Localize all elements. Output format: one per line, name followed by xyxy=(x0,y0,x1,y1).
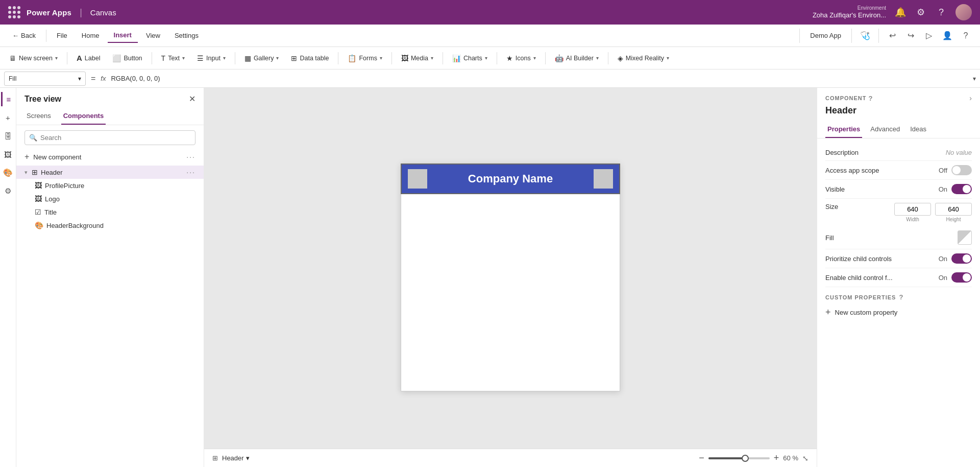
custom-properties-section: CUSTOM PROPERTIES ? xyxy=(825,287,972,303)
access-app-scope-toggle[interactable] xyxy=(951,165,972,175)
tree-item-profile-picture[interactable]: 🖼 ProfilePicture xyxy=(16,179,204,192)
toolbar-new-screen[interactable]: 🖥 New screen ▾ xyxy=(4,52,63,65)
rp-tab-properties[interactable]: Properties xyxy=(825,121,862,138)
help-icon[interactable]: ? xyxy=(935,6,947,18)
left-icon-add[interactable]: + xyxy=(1,110,15,125)
fill-swatch[interactable] xyxy=(958,230,972,245)
help2-icon[interactable]: ? xyxy=(958,28,974,44)
advanced-tab-label: Advanced xyxy=(870,125,900,133)
data-table-label: Data table xyxy=(300,55,329,62)
zoom-plus-button[interactable]: + xyxy=(774,453,779,463)
search-input[interactable] xyxy=(40,131,191,145)
canvas-content: Company Name xyxy=(401,164,620,391)
toolbar-gallery[interactable]: ▦ Gallery ▾ xyxy=(239,52,284,65)
left-icon-theme[interactable]: 🎨 xyxy=(1,166,15,180)
toolbar-ai-builder[interactable]: 🤖 AI Builder ▾ xyxy=(550,52,604,65)
component-help-icon[interactable]: ? xyxy=(869,95,873,102)
height-label: Height xyxy=(946,217,961,222)
tree-item-logo[interactable]: 🖼 Logo xyxy=(16,192,204,205)
left-icon-settings[interactable]: ⚙ xyxy=(1,184,15,198)
header-label: Header xyxy=(41,169,63,176)
toolbar-mixed-reality[interactable]: ◈ Mixed Reality ▾ xyxy=(612,52,674,65)
left-sidebar-icons: ≡ + 🗄 🖼 🎨 ⚙ xyxy=(0,88,16,467)
view-label: View xyxy=(146,32,160,39)
redo-icon[interactable]: ↪ xyxy=(902,28,919,44)
formula-input[interactable] xyxy=(109,72,970,86)
toolbar-forms[interactable]: 📋 Forms ▾ xyxy=(342,52,387,65)
canvas-expand-icon[interactable]: ⤡ xyxy=(802,454,808,462)
play-icon[interactable]: ▷ xyxy=(921,28,937,44)
text-label: Text xyxy=(168,55,180,62)
new-component-row[interactable]: + New component ··· xyxy=(16,149,204,166)
zoom-slider-thumb[interactable] xyxy=(742,455,749,462)
menu-view[interactable]: View xyxy=(140,29,166,42)
prioritize-toggle[interactable] xyxy=(951,253,972,264)
rp-expand-icon[interactable]: › xyxy=(969,94,972,102)
access-app-scope-row: Access app scope Off xyxy=(825,161,972,180)
new-component-options-icon[interactable]: ··· xyxy=(186,153,195,161)
footer-header-button[interactable]: Header ▾ xyxy=(222,454,250,462)
avatar[interactable] xyxy=(955,4,972,20)
canvas-header-component[interactable]: Company Name xyxy=(401,164,620,194)
mixed-reality-chevron: ▾ xyxy=(667,55,669,61)
toolbar-text[interactable]: T Text ▾ xyxy=(156,52,190,65)
equals-sign[interactable]: = xyxy=(89,74,97,83)
menu-home[interactable]: Home xyxy=(76,29,106,42)
toolbar-charts[interactable]: 📊 Charts ▾ xyxy=(447,52,493,65)
header-background-icon: 🎨 xyxy=(35,221,43,229)
rp-tab-advanced[interactable]: Advanced xyxy=(868,121,902,138)
menu-settings[interactable]: Settings xyxy=(168,29,205,42)
notification-icon[interactable]: 🔔 xyxy=(894,6,906,18)
toolbar-input[interactable]: ☰ Input ▾ xyxy=(192,52,231,65)
tree-item-header[interactable]: ▾ ⊞ Header ··· xyxy=(16,166,204,179)
env-label: Environment xyxy=(857,5,886,11)
toolbar-icons[interactable]: ★ Icons ▾ xyxy=(501,52,541,65)
charts-chevron: ▾ xyxy=(485,55,487,61)
toolbar-data-table[interactable]: ⊞ Data table xyxy=(286,52,334,65)
left-icon-data[interactable]: 🗄 xyxy=(1,129,15,143)
formula-bar: Fill ▾ = fx ▾ xyxy=(0,69,980,88)
tree-item-title[interactable]: ☑ Title xyxy=(16,205,204,219)
stethoscope-icon[interactable]: 🩺 xyxy=(857,28,873,44)
media-label: Media xyxy=(411,55,428,62)
charts-label: Charts xyxy=(463,55,482,62)
demo-app-button[interactable]: Demo App xyxy=(805,29,846,42)
settings-icon[interactable]: ⚙ xyxy=(915,6,927,18)
height-input[interactable] xyxy=(935,203,972,216)
toolbar-media[interactable]: 🖼 Media ▾ xyxy=(396,52,438,65)
custom-properties-help-icon[interactable]: ? xyxy=(899,293,903,301)
tree-close-button[interactable]: ✕ xyxy=(189,94,195,104)
prioritize-row: Prioritize child controls On xyxy=(825,249,972,268)
toolbar-button[interactable]: ⬜ Button xyxy=(107,52,147,65)
visible-toggle[interactable] xyxy=(951,184,972,194)
search-box: 🔍 xyxy=(24,130,195,145)
undo-icon[interactable]: ↩ xyxy=(884,28,900,44)
menu-insert[interactable]: Insert xyxy=(108,28,138,43)
rp-tab-ideas[interactable]: Ideas xyxy=(908,121,928,138)
description-value: No value xyxy=(946,149,972,156)
app-type: Canvas xyxy=(90,8,116,17)
width-input[interactable] xyxy=(894,203,931,216)
user-icon[interactable]: 👤 xyxy=(939,28,955,44)
new-custom-property-button[interactable]: + New custom property xyxy=(825,303,972,322)
home-label: Home xyxy=(82,32,100,39)
tab-components[interactable]: Components xyxy=(61,108,106,125)
env-name: Zoha Zulfiqar's Environ... xyxy=(813,11,886,19)
header-options-icon[interactable]: ··· xyxy=(186,168,195,176)
menu-file[interactable]: File xyxy=(51,29,74,42)
property-selector[interactable]: Fill ▾ xyxy=(4,72,86,86)
right-panel: COMPONENT ? › Header Properties Advanced… xyxy=(817,88,980,467)
property-chevron-icon: ▾ xyxy=(78,75,81,82)
app-launcher-icon[interactable] xyxy=(8,6,20,18)
tab-screens[interactable]: Screens xyxy=(24,108,53,125)
tree-item-header-background[interactable]: 🎨 HeaderBackground xyxy=(16,219,204,232)
back-button[interactable]: ← Back xyxy=(6,29,42,42)
toolbar-label[interactable]: A Label xyxy=(71,51,105,65)
formula-expand-icon[interactable]: ▾ xyxy=(973,75,976,82)
zoom-minus-button[interactable]: − xyxy=(699,453,704,463)
enable-child-toggle[interactable] xyxy=(951,272,972,283)
zoom-slider[interactable] xyxy=(708,457,770,459)
left-icon-tree-view[interactable]: ≡ xyxy=(1,92,15,106)
settings-label: Settings xyxy=(175,32,199,39)
left-icon-media[interactable]: 🖼 xyxy=(1,147,15,161)
